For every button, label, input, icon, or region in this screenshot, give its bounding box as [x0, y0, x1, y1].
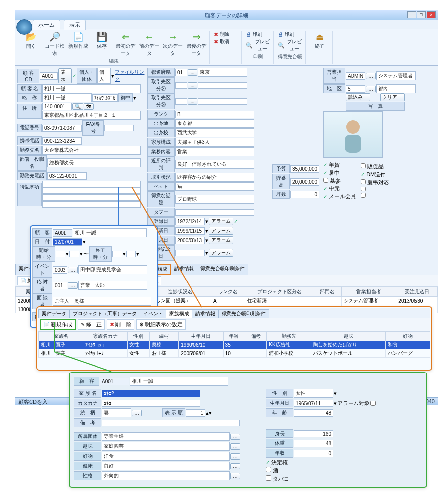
zip-value[interactable]: 140-0001 — [42, 103, 72, 110]
school-value[interactable]: 西武大学 — [175, 128, 254, 137]
memo4[interactable] — [42, 201, 141, 208]
indiv-value[interactable]: 個人 — [97, 68, 111, 84]
customer-photo[interactable] — [323, 111, 383, 158]
deptrole-value[interactable]: 総務部次長 — [47, 158, 141, 167]
deal-value[interactable]: 既存客からの紹介 — [175, 173, 254, 182]
hobby-input[interactable]: 家庭園芸 — [102, 442, 230, 451]
neighbor-value[interactable]: 良好 信頼されている — [175, 160, 254, 169]
birthplace-value[interactable]: 東京都 — [175, 119, 254, 128]
chk-tobacco[interactable]: タバコ — [266, 475, 289, 483]
rel-input[interactable]: 妻 — [102, 408, 131, 417]
tab-family-active[interactable]: 家族構成 — [166, 309, 192, 318]
industry-value[interactable]: 営業 — [175, 147, 254, 156]
salesrep-cd[interactable]: ADMIN — [346, 72, 365, 80]
fax-value[interactable] — [104, 125, 134, 131]
pref-cd[interactable]: 01 — [175, 69, 187, 76]
next-button[interactable]: →次のデータ — [163, 31, 183, 57]
weight-input[interactable]: 48 — [294, 440, 333, 447]
new-create-button[interactable]: 📄新規作成 — [68, 31, 88, 50]
budget-value[interactable]: 35,000,000 — [290, 165, 319, 173]
last-button[interactable]: ⇒最後のデータ — [187, 31, 206, 57]
filelink[interactable]: ファイルリンク — [115, 69, 145, 83]
preview1-button[interactable]: 🔍プレビュー — [246, 38, 270, 52]
class3-cd[interactable] — [175, 98, 187, 105]
kana-input[interactable]: ﾕｷｺ — [102, 400, 200, 407]
family-value[interactable]: 夫婦＋子供3人 — [175, 138, 254, 147]
dropdown-icon[interactable]: ▾ — [133, 95, 136, 101]
addr-value[interactable]: 東京都品川区北品川４丁目２−１ — [42, 111, 141, 120]
alarm-target-check[interactable] — [370, 401, 376, 406]
print1-button[interactable]: 🖨印刷 — [246, 31, 270, 38]
chk-chugen[interactable]: ✓ 暑中 — [323, 169, 356, 177]
code-search-button[interactable]: 🔎コード検索 — [45, 31, 64, 57]
col-projcat[interactable]: プロジェクト区分名 — [245, 287, 314, 297]
famname-input[interactable]: ﾕｷｴ? — [102, 390, 200, 397]
region-cd[interactable]: 5 — [346, 85, 365, 93]
maximize-button[interactable]: □ — [417, 11, 426, 18]
mobile-value[interactable]: 090-123-1234 — [42, 137, 82, 145]
save-button[interactable]: 💾保存 — [92, 31, 112, 50]
health-input[interactable]: 良好 — [102, 462, 230, 470]
first-button[interactable]: ⇐最初のデータ — [116, 31, 135, 57]
chk-blank2[interactable] — [361, 193, 389, 199]
abbrev-value[interactable]: 相川 一誠 — [42, 93, 92, 102]
note-input[interactable] — [102, 420, 240, 426]
tab-home[interactable]: ホーム — [33, 20, 60, 30]
tsubo-value[interactable]: 0 — [290, 191, 319, 198]
rank-value[interactable]: B — [175, 111, 254, 118]
print2-button[interactable]: 🖨印刷 — [278, 31, 302, 38]
exit-button[interactable]: ⏏終了 — [310, 31, 329, 50]
zip-search-button[interactable]: 🔍 — [72, 103, 83, 110]
close-button[interactable]: × — [427, 11, 436, 18]
height-input[interactable]: 160 — [294, 430, 333, 437]
preview2-button[interactable]: 🔍プレビュー — [278, 38, 302, 52]
pref-lookup[interactable]: … — [188, 69, 197, 76]
tab-view[interactable]: 表示 — [64, 20, 86, 30]
worktel-value[interactable]: 03-122-0001 — [47, 172, 87, 180]
kana-value[interactable]: ｱｲｶﾜ ｶｽﾞｾ — [92, 94, 118, 102]
chk-bosatsu[interactable]: 墓参 — [323, 177, 356, 185]
char-input[interactable]: 外向的 — [102, 471, 230, 480]
col-dept[interactable]: 部門名 — [314, 287, 341, 297]
display-button[interactable]: 表示 — [58, 68, 72, 83]
custcd-value[interactable]: A001 — [40, 72, 58, 80]
memo1[interactable] — [42, 181, 141, 187]
disporder-input[interactable]: 1 — [186, 409, 205, 417]
calendar-icon[interactable]: ▾ — [83, 239, 86, 245]
alarm-button[interactable]: アラーム — [209, 218, 233, 225]
dropdown-icon[interactable]: ▾ — [111, 73, 114, 79]
chk-mail[interactable]: ✓ メール会員 — [323, 193, 356, 200]
chk-chugen2[interactable]: ✓ 中元 — [323, 185, 356, 192]
tel-value[interactable]: 03-0971-0087 — [42, 124, 82, 132]
chk-sake[interactable]: 酒 — [266, 467, 278, 474]
class2-cd[interactable] — [175, 82, 187, 89]
sex-select[interactable]: 女性 — [294, 389, 333, 398]
chk-dm[interactable]: ✓ DM送付 — [361, 171, 389, 178]
custname-value[interactable]: 相川 一誠 — [42, 84, 141, 93]
chk-blank1[interactable] — [361, 187, 389, 192]
chk-henpin[interactable]: 販促品 — [361, 163, 389, 170]
cancel-button[interactable]: ✖取消 — [214, 38, 238, 45]
family-disp-button[interactable]: ⚙ 明細表示の設定 — [136, 319, 186, 330]
org-input[interactable]: 専業主婦 — [102, 432, 230, 441]
workplace-value[interactable]: 大企業株式会社 — [42, 146, 141, 155]
chk-keicho[interactable]: 慶弔対応 — [361, 179, 389, 186]
col-expect[interactable]: 受注見込日 — [396, 287, 438, 297]
col-rank[interactable]: ランク名 — [211, 287, 245, 297]
memo2[interactable] — [42, 187, 141, 194]
map-button[interactable]: 🗺 — [84, 103, 94, 110]
delete-button[interactable]: ✖削除 — [214, 31, 238, 38]
prev-button[interactable]: ←前のデータ — [139, 31, 159, 57]
memo3[interactable] — [42, 194, 141, 201]
birth-input[interactable]: 1965/07/11 — [294, 400, 333, 407]
minimize-button[interactable]: — — [407, 11, 416, 18]
income-input[interactable]: 0 — [294, 450, 333, 457]
app-orb[interactable] — [16, 19, 32, 35]
col-sales[interactable]: 営業担当者 — [341, 287, 396, 297]
search-button[interactable]: 読込み — [346, 93, 370, 101]
food-input[interactable]: 洋食 — [102, 452, 230, 461]
event-date[interactable]: 12/07/01 — [53, 238, 82, 246]
clear-button[interactable]: クリア — [380, 93, 405, 101]
chk-decision[interactable]: ✓ 決定権 — [266, 459, 288, 466]
savings-value[interactable]: 20,000,000 — [290, 178, 319, 186]
